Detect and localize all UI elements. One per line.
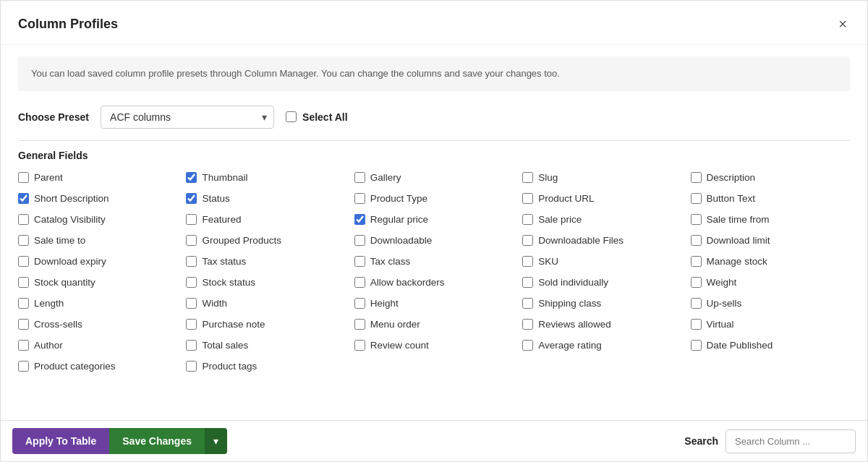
field-label-25[interactable]: Stock quantity xyxy=(34,277,95,288)
save-changes-dropdown-button[interactable]: ▾ xyxy=(205,428,227,454)
field-checkbox-17[interactable] xyxy=(354,235,365,246)
field-label-34[interactable]: Up-sells xyxy=(707,298,742,309)
field-checkbox-16[interactable] xyxy=(186,235,197,246)
field-label-46[interactable]: Product tags xyxy=(202,361,257,372)
field-checkbox-9[interactable] xyxy=(691,193,702,204)
select-all-label[interactable]: Select All xyxy=(302,111,348,123)
field-label-0[interactable]: Parent xyxy=(34,172,63,183)
field-label-33[interactable]: Shipping class xyxy=(538,298,601,309)
preset-select-wrapper[interactable]: ACF columns Default Custom xyxy=(101,106,274,129)
field-checkbox-34[interactable] xyxy=(691,298,702,309)
field-label-4[interactable]: Description xyxy=(707,172,756,183)
field-checkbox-14[interactable] xyxy=(691,214,702,225)
field-checkbox-24[interactable] xyxy=(691,256,702,267)
field-checkbox-45[interactable] xyxy=(18,361,29,372)
field-checkbox-46[interactable] xyxy=(186,361,197,372)
field-label-20[interactable]: Download expiry xyxy=(34,256,106,267)
field-label-11[interactable]: Featured xyxy=(202,214,241,225)
field-checkbox-37[interactable] xyxy=(354,319,365,330)
field-label-23[interactable]: SKU xyxy=(538,256,558,267)
field-checkbox-5[interactable] xyxy=(18,193,29,204)
field-label-31[interactable]: Width xyxy=(202,298,227,309)
field-checkbox-27[interactable] xyxy=(354,277,365,288)
search-input[interactable] xyxy=(726,429,856,453)
apply-to-table-button[interactable]: Apply To Table xyxy=(12,428,109,454)
field-checkbox-19[interactable] xyxy=(691,235,702,246)
field-checkbox-1[interactable] xyxy=(186,172,197,183)
field-label-10[interactable]: Catalog Visibility xyxy=(34,214,106,225)
field-label-38[interactable]: Reviews allowed xyxy=(538,319,611,330)
field-checkbox-39[interactable] xyxy=(691,319,702,330)
field-label-6[interactable]: Status xyxy=(202,193,229,204)
field-checkbox-11[interactable] xyxy=(186,214,197,225)
field-checkbox-8[interactable] xyxy=(522,193,533,204)
field-label-19[interactable]: Download limit xyxy=(707,235,770,246)
field-checkbox-15[interactable] xyxy=(18,235,29,246)
field-label-43[interactable]: Average rating xyxy=(538,340,602,351)
field-label-7[interactable]: Product Type xyxy=(370,193,427,204)
field-checkbox-32[interactable] xyxy=(354,298,365,309)
field-checkbox-3[interactable] xyxy=(522,172,533,183)
field-label-40[interactable]: Author xyxy=(34,340,63,351)
field-checkbox-28[interactable] xyxy=(522,277,533,288)
close-button[interactable]: × xyxy=(835,14,850,34)
field-checkbox-41[interactable] xyxy=(186,340,197,351)
field-label-24[interactable]: Manage stock xyxy=(707,256,767,267)
field-checkbox-44[interactable] xyxy=(691,340,702,351)
field-label-29[interactable]: Weight xyxy=(707,277,737,288)
field-checkbox-26[interactable] xyxy=(186,277,197,288)
field-label-45[interactable]: Product categories xyxy=(34,361,116,372)
field-label-42[interactable]: Review count xyxy=(370,340,429,351)
field-checkbox-4[interactable] xyxy=(691,172,702,183)
preset-select[interactable]: ACF columns Default Custom xyxy=(101,106,274,129)
field-checkbox-33[interactable] xyxy=(522,298,533,309)
field-checkbox-21[interactable] xyxy=(186,256,197,267)
field-label-27[interactable]: Allow backorders xyxy=(370,277,445,288)
field-label-39[interactable]: Virtual xyxy=(707,319,734,330)
field-label-41[interactable]: Total sales xyxy=(202,340,248,351)
field-label-8[interactable]: Product URL xyxy=(538,193,594,204)
field-checkbox-6[interactable] xyxy=(186,193,197,204)
field-checkbox-23[interactable] xyxy=(522,256,533,267)
field-label-35[interactable]: Cross-sells xyxy=(34,319,82,330)
field-checkbox-35[interactable] xyxy=(18,319,29,330)
field-checkbox-25[interactable] xyxy=(18,277,29,288)
field-label-16[interactable]: Grouped Products xyxy=(202,235,281,246)
field-checkbox-36[interactable] xyxy=(186,319,197,330)
field-label-36[interactable]: Purchase note xyxy=(202,319,265,330)
field-checkbox-30[interactable] xyxy=(18,298,29,309)
field-checkbox-20[interactable] xyxy=(18,256,29,267)
field-label-21[interactable]: Tax status xyxy=(202,256,246,267)
field-checkbox-29[interactable] xyxy=(691,277,702,288)
field-checkbox-10[interactable] xyxy=(18,214,29,225)
field-checkbox-42[interactable] xyxy=(354,340,365,351)
field-label-18[interactable]: Downloadable Files xyxy=(538,235,624,246)
field-label-3[interactable]: Slug xyxy=(538,172,558,183)
field-checkbox-7[interactable] xyxy=(354,193,365,204)
field-checkbox-31[interactable] xyxy=(186,298,197,309)
field-checkbox-43[interactable] xyxy=(522,340,533,351)
field-label-13[interactable]: Sale price xyxy=(538,214,582,225)
field-checkbox-2[interactable] xyxy=(354,172,365,183)
select-all-checkbox[interactable] xyxy=(286,111,297,122)
field-label-9[interactable]: Button Text xyxy=(707,193,755,204)
field-checkbox-13[interactable] xyxy=(522,214,533,225)
field-checkbox-18[interactable] xyxy=(522,235,533,246)
field-label-44[interactable]: Date Published xyxy=(707,340,773,351)
field-label-37[interactable]: Menu order xyxy=(370,319,420,330)
field-label-32[interactable]: Height xyxy=(370,298,399,309)
field-label-14[interactable]: Sale time from xyxy=(707,214,770,225)
field-checkbox-22[interactable] xyxy=(354,256,365,267)
field-label-28[interactable]: Sold individually xyxy=(538,277,608,288)
field-label-26[interactable]: Stock status xyxy=(202,277,255,288)
field-label-5[interactable]: Short Description xyxy=(34,193,109,204)
field-checkbox-40[interactable] xyxy=(18,340,29,351)
field-label-2[interactable]: Gallery xyxy=(370,172,401,183)
field-checkbox-38[interactable] xyxy=(522,319,533,330)
field-label-12[interactable]: Regular price xyxy=(370,214,428,225)
field-checkbox-0[interactable] xyxy=(18,172,29,183)
field-checkbox-12[interactable] xyxy=(354,214,365,225)
field-label-15[interactable]: Sale time to xyxy=(34,235,85,246)
field-label-1[interactable]: Thumbnail xyxy=(202,172,247,183)
field-label-22[interactable]: Tax class xyxy=(370,256,411,267)
